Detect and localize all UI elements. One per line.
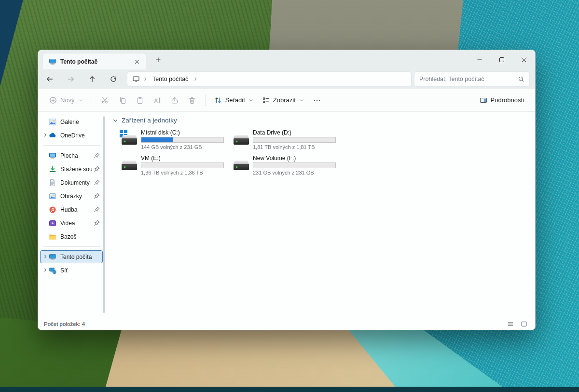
details-pane-icon <box>480 96 487 104</box>
list-view-button[interactable] <box>505 319 516 329</box>
sidebar-item-label: Stažené soub <box>60 166 92 173</box>
drive-item[interactable]: Místní disk (C:) 144 GB volných z 231 GB <box>119 128 231 151</box>
expand-chevron-icon[interactable] <box>41 133 49 138</box>
computer-icon <box>49 253 57 261</box>
expand-chevron-icon[interactable] <box>41 254 49 260</box>
sidebar-separator <box>43 145 101 146</box>
view-toggles <box>505 319 529 329</box>
pin-icon <box>93 253 100 260</box>
documents-icon <box>49 179 57 187</box>
sidebar-item-label: Obrázky <box>60 193 92 200</box>
close-window-button[interactable] <box>513 50 535 69</box>
capacity-bar <box>253 162 336 168</box>
plus-icon <box>155 57 161 63</box>
drive-free-space: 1,36 TB volných z 1,36 TB <box>141 170 230 176</box>
sidebar-item-label: Síť <box>60 267 92 274</box>
cut-button[interactable] <box>96 92 114 108</box>
drive-item[interactable]: VM (E:) 1,36 TB volných z 1,36 TB <box>119 154 231 176</box>
hard-drive-icon <box>232 155 249 173</box>
pin-icon <box>93 219 100 227</box>
tab-close-button[interactable] <box>132 56 142 67</box>
drive-item[interactable]: Data Drive (D:) 1,81 TB volných z 1,81 T… <box>231 128 343 151</box>
rename-icon <box>153 96 161 104</box>
details-pane-label: Podrobnosti <box>491 96 524 104</box>
sidebar-item-onedrive[interactable]: OneDrive <box>40 129 103 142</box>
minimize-button[interactable] <box>469 50 491 69</box>
sidebar-item-label: OneDrive <box>60 132 92 139</box>
more-options-button[interactable] <box>308 92 326 108</box>
list-view-icon <box>507 321 514 327</box>
details-pane-button[interactable]: Podrobnosti <box>475 92 528 108</box>
sidebar-item-obrazky[interactable]: Obrázky <box>40 189 103 203</box>
new-button[interactable]: Nový <box>45 92 87 108</box>
sidebar-item-stazene-soubory[interactable]: Stažené soub <box>40 162 103 176</box>
sidebar-item-label: Bazoš <box>60 233 92 240</box>
search-input[interactable] <box>419 76 515 82</box>
address-bar[interactable]: Tento počítač <box>127 72 411 86</box>
sidebar-item-dokumenty[interactable]: Dokumenty <box>40 176 103 189</box>
pin-icon <box>93 192 100 200</box>
sidebar-item-label: Hudba <box>60 206 92 213</box>
breadcrumb-tento-pocitac[interactable]: Tento počítač <box>151 75 190 83</box>
pin-icon <box>93 118 100 125</box>
sidebar-scrollbar[interactable] <box>103 116 105 313</box>
tab-tento-pocitac[interactable]: Tento počítač <box>43 54 146 69</box>
paste-button[interactable] <box>131 92 149 108</box>
thumbnail-view-button[interactable] <box>519 319 529 329</box>
sidebar-item-label: Galerie <box>60 119 92 125</box>
drive-item[interactable]: New Volume (F:) 231 GB volných z 231 GB <box>231 154 343 176</box>
close-icon <box>521 57 527 63</box>
drive-grid: Místní disk (C:) 144 GB volných z 231 GB… <box>110 128 448 176</box>
computer-monitor-icon <box>132 75 140 83</box>
copy-button[interactable] <box>114 92 131 108</box>
chevron-down-icon <box>112 118 118 123</box>
content-pane: Zařízení a jednotky Místní disk (C:) 144… <box>106 112 535 318</box>
sidebar-item-bazos[interactable]: Bazoš <box>40 230 103 243</box>
delete-button[interactable] <box>183 92 201 108</box>
magnifier-icon[interactable] <box>518 76 524 82</box>
sidebar-separator <box>43 246 101 247</box>
new-plus-icon <box>49 96 57 104</box>
chevron-right-icon[interactable] <box>193 77 198 81</box>
wallpaper-bottom-strip <box>0 387 579 392</box>
command-toolbar: Nový Seřadit Zobrazit <box>38 89 535 112</box>
sidebar-item-galerie[interactable]: Galerie <box>40 115 103 128</box>
share-button[interactable] <box>166 92 183 108</box>
back-button[interactable] <box>39 71 60 87</box>
window-controls <box>469 50 535 69</box>
sort-button[interactable]: Seřadit <box>210 92 258 108</box>
sidebar-item-label: Dokumenty <box>60 179 92 186</box>
forward-button[interactable] <box>60 71 82 87</box>
new-tab-button[interactable] <box>153 54 164 65</box>
gallery-icon <box>49 118 57 126</box>
refresh-button[interactable] <box>103 71 124 87</box>
new-button-label: Nový <box>60 96 75 104</box>
sidebar-item-videa[interactable]: Videa <box>40 216 103 230</box>
view-button[interactable]: Zobrazit <box>258 92 308 108</box>
sidebar-item-tento-pocitac[interactable]: Tento počítač <box>40 250 103 263</box>
drive-name: Data Drive (D:) <box>253 129 342 136</box>
up-button[interactable] <box>82 71 103 87</box>
chevron-down-icon <box>248 98 253 103</box>
group-header-label: Zařízení a jednotky <box>122 117 177 124</box>
refresh-icon <box>110 75 117 83</box>
music-icon <box>49 206 57 214</box>
group-header[interactable]: Zařízení a jednotky <box>110 117 535 124</box>
sidebar-item-sit[interactable]: Síť <box>40 264 103 277</box>
pin-icon <box>93 267 100 274</box>
expand-chevron-icon[interactable] <box>41 268 49 273</box>
network-icon <box>49 267 57 274</box>
sidebar-item-hudba[interactable]: Hudba <box>40 203 103 216</box>
hard-drive-icon <box>120 129 138 148</box>
maximize-button[interactable] <box>491 50 513 69</box>
minimize-icon <box>477 57 482 63</box>
capacity-bar <box>253 137 336 143</box>
sidebar-item-plocha[interactable]: Plocha <box>40 149 103 162</box>
thumbnail-view-icon <box>521 321 527 327</box>
toolbar-separator <box>205 95 206 106</box>
sidebar-list: Galerie OneDrive Plocha Stažené soub Dok… <box>38 115 106 277</box>
sidebar-item-label: Plocha <box>60 152 92 159</box>
onedrive-icon <box>49 132 57 139</box>
rename-button[interactable] <box>149 92 166 108</box>
drive-name: VM (E:) <box>141 155 230 162</box>
